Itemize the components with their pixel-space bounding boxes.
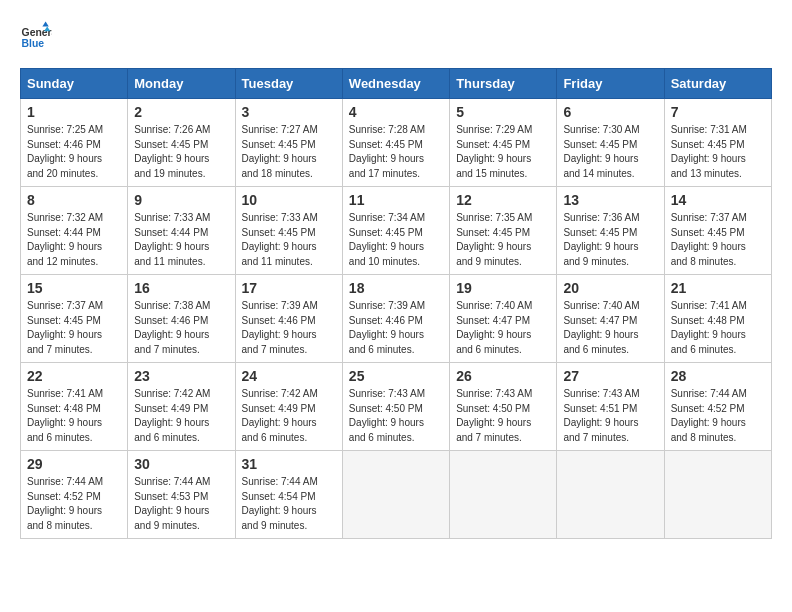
cell-info: Sunrise: 7:37 AMSunset: 4:45 PMDaylight:… <box>671 212 747 267</box>
day-number: 6 <box>563 104 657 120</box>
calendar-cell: 20 Sunrise: 7:40 AMSunset: 4:47 PMDaylig… <box>557 275 664 363</box>
calendar-cell: 15 Sunrise: 7:37 AMSunset: 4:45 PMDaylig… <box>21 275 128 363</box>
day-number: 28 <box>671 368 765 384</box>
day-number: 17 <box>242 280 336 296</box>
day-number: 11 <box>349 192 443 208</box>
cell-info: Sunrise: 7:34 AMSunset: 4:45 PMDaylight:… <box>349 212 425 267</box>
day-number: 5 <box>456 104 550 120</box>
cell-info: Sunrise: 7:42 AMSunset: 4:49 PMDaylight:… <box>134 388 210 443</box>
cell-info: Sunrise: 7:33 AMSunset: 4:44 PMDaylight:… <box>134 212 210 267</box>
cell-info: Sunrise: 7:36 AMSunset: 4:45 PMDaylight:… <box>563 212 639 267</box>
page-header: General Blue <box>20 20 772 52</box>
cell-info: Sunrise: 7:37 AMSunset: 4:45 PMDaylight:… <box>27 300 103 355</box>
svg-marker-2 <box>42 22 48 27</box>
logo-icon: General Blue <box>20 20 52 52</box>
day-number: 4 <box>349 104 443 120</box>
col-saturday: Saturday <box>664 69 771 99</box>
calendar-row: 29 Sunrise: 7:44 AMSunset: 4:52 PMDaylig… <box>21 451 772 539</box>
svg-text:Blue: Blue <box>22 38 45 49</box>
calendar-cell: 22 Sunrise: 7:41 AMSunset: 4:48 PMDaylig… <box>21 363 128 451</box>
calendar-cell: 25 Sunrise: 7:43 AMSunset: 4:50 PMDaylig… <box>342 363 449 451</box>
day-number: 21 <box>671 280 765 296</box>
calendar-cell: 23 Sunrise: 7:42 AMSunset: 4:49 PMDaylig… <box>128 363 235 451</box>
cell-info: Sunrise: 7:42 AMSunset: 4:49 PMDaylight:… <box>242 388 318 443</box>
day-number: 29 <box>27 456 121 472</box>
day-number: 23 <box>134 368 228 384</box>
calendar-cell: 18 Sunrise: 7:39 AMSunset: 4:46 PMDaylig… <box>342 275 449 363</box>
calendar-cell: 7 Sunrise: 7:31 AMSunset: 4:45 PMDayligh… <box>664 99 771 187</box>
calendar-cell: 27 Sunrise: 7:43 AMSunset: 4:51 PMDaylig… <box>557 363 664 451</box>
cell-info: Sunrise: 7:38 AMSunset: 4:46 PMDaylight:… <box>134 300 210 355</box>
cell-info: Sunrise: 7:33 AMSunset: 4:45 PMDaylight:… <box>242 212 318 267</box>
cell-info: Sunrise: 7:27 AMSunset: 4:45 PMDaylight:… <box>242 124 318 179</box>
cell-info: Sunrise: 7:39 AMSunset: 4:46 PMDaylight:… <box>349 300 425 355</box>
day-number: 9 <box>134 192 228 208</box>
calendar-cell: 6 Sunrise: 7:30 AMSunset: 4:45 PMDayligh… <box>557 99 664 187</box>
cell-info: Sunrise: 7:28 AMSunset: 4:45 PMDaylight:… <box>349 124 425 179</box>
cell-info: Sunrise: 7:43 AMSunset: 4:51 PMDaylight:… <box>563 388 639 443</box>
cell-info: Sunrise: 7:30 AMSunset: 4:45 PMDaylight:… <box>563 124 639 179</box>
calendar-cell: 12 Sunrise: 7:35 AMSunset: 4:45 PMDaylig… <box>450 187 557 275</box>
calendar-cell: 24 Sunrise: 7:42 AMSunset: 4:49 PMDaylig… <box>235 363 342 451</box>
calendar-cell: 2 Sunrise: 7:26 AMSunset: 4:45 PMDayligh… <box>128 99 235 187</box>
col-monday: Monday <box>128 69 235 99</box>
col-sunday: Sunday <box>21 69 128 99</box>
cell-info: Sunrise: 7:44 AMSunset: 4:53 PMDaylight:… <box>134 476 210 531</box>
cell-info: Sunrise: 7:25 AMSunset: 4:46 PMDaylight:… <box>27 124 103 179</box>
cell-info: Sunrise: 7:40 AMSunset: 4:47 PMDaylight:… <box>563 300 639 355</box>
day-number: 16 <box>134 280 228 296</box>
day-number: 18 <box>349 280 443 296</box>
day-number: 30 <box>134 456 228 472</box>
calendar-cell: 21 Sunrise: 7:41 AMSunset: 4:48 PMDaylig… <box>664 275 771 363</box>
cell-info: Sunrise: 7:44 AMSunset: 4:52 PMDaylight:… <box>671 388 747 443</box>
col-tuesday: Tuesday <box>235 69 342 99</box>
day-number: 19 <box>456 280 550 296</box>
header-row: Sunday Monday Tuesday Wednesday Thursday… <box>21 69 772 99</box>
calendar-cell: 5 Sunrise: 7:29 AMSunset: 4:45 PMDayligh… <box>450 99 557 187</box>
calendar-cell <box>664 451 771 539</box>
cell-info: Sunrise: 7:40 AMSunset: 4:47 PMDaylight:… <box>456 300 532 355</box>
col-thursday: Thursday <box>450 69 557 99</box>
cell-info: Sunrise: 7:29 AMSunset: 4:45 PMDaylight:… <box>456 124 532 179</box>
col-friday: Friday <box>557 69 664 99</box>
calendar-cell: 16 Sunrise: 7:38 AMSunset: 4:46 PMDaylig… <box>128 275 235 363</box>
logo: General Blue <box>20 20 52 52</box>
cell-info: Sunrise: 7:32 AMSunset: 4:44 PMDaylight:… <box>27 212 103 267</box>
day-number: 14 <box>671 192 765 208</box>
day-number: 3 <box>242 104 336 120</box>
calendar-row: 15 Sunrise: 7:37 AMSunset: 4:45 PMDaylig… <box>21 275 772 363</box>
calendar-cell: 26 Sunrise: 7:43 AMSunset: 4:50 PMDaylig… <box>450 363 557 451</box>
calendar-row: 22 Sunrise: 7:41 AMSunset: 4:48 PMDaylig… <box>21 363 772 451</box>
calendar-cell <box>450 451 557 539</box>
calendar-cell: 30 Sunrise: 7:44 AMSunset: 4:53 PMDaylig… <box>128 451 235 539</box>
calendar-cell: 19 Sunrise: 7:40 AMSunset: 4:47 PMDaylig… <box>450 275 557 363</box>
day-number: 2 <box>134 104 228 120</box>
cell-info: Sunrise: 7:44 AMSunset: 4:54 PMDaylight:… <box>242 476 318 531</box>
calendar-cell: 4 Sunrise: 7:28 AMSunset: 4:45 PMDayligh… <box>342 99 449 187</box>
calendar-cell <box>557 451 664 539</box>
calendar-cell: 13 Sunrise: 7:36 AMSunset: 4:45 PMDaylig… <box>557 187 664 275</box>
day-number: 12 <box>456 192 550 208</box>
cell-info: Sunrise: 7:31 AMSunset: 4:45 PMDaylight:… <box>671 124 747 179</box>
calendar-cell: 31 Sunrise: 7:44 AMSunset: 4:54 PMDaylig… <box>235 451 342 539</box>
col-wednesday: Wednesday <box>342 69 449 99</box>
calendar-cell: 8 Sunrise: 7:32 AMSunset: 4:44 PMDayligh… <box>21 187 128 275</box>
cell-info: Sunrise: 7:43 AMSunset: 4:50 PMDaylight:… <box>456 388 532 443</box>
day-number: 8 <box>27 192 121 208</box>
calendar-table: Sunday Monday Tuesday Wednesday Thursday… <box>20 68 772 539</box>
calendar-row: 1 Sunrise: 7:25 AMSunset: 4:46 PMDayligh… <box>21 99 772 187</box>
day-number: 20 <box>563 280 657 296</box>
cell-info: Sunrise: 7:35 AMSunset: 4:45 PMDaylight:… <box>456 212 532 267</box>
day-number: 22 <box>27 368 121 384</box>
calendar-cell: 28 Sunrise: 7:44 AMSunset: 4:52 PMDaylig… <box>664 363 771 451</box>
cell-info: Sunrise: 7:39 AMSunset: 4:46 PMDaylight:… <box>242 300 318 355</box>
calendar-cell: 14 Sunrise: 7:37 AMSunset: 4:45 PMDaylig… <box>664 187 771 275</box>
cell-info: Sunrise: 7:44 AMSunset: 4:52 PMDaylight:… <box>27 476 103 531</box>
day-number: 26 <box>456 368 550 384</box>
day-number: 7 <box>671 104 765 120</box>
day-number: 10 <box>242 192 336 208</box>
day-number: 24 <box>242 368 336 384</box>
cell-info: Sunrise: 7:41 AMSunset: 4:48 PMDaylight:… <box>27 388 103 443</box>
calendar-cell: 9 Sunrise: 7:33 AMSunset: 4:44 PMDayligh… <box>128 187 235 275</box>
calendar-cell: 1 Sunrise: 7:25 AMSunset: 4:46 PMDayligh… <box>21 99 128 187</box>
